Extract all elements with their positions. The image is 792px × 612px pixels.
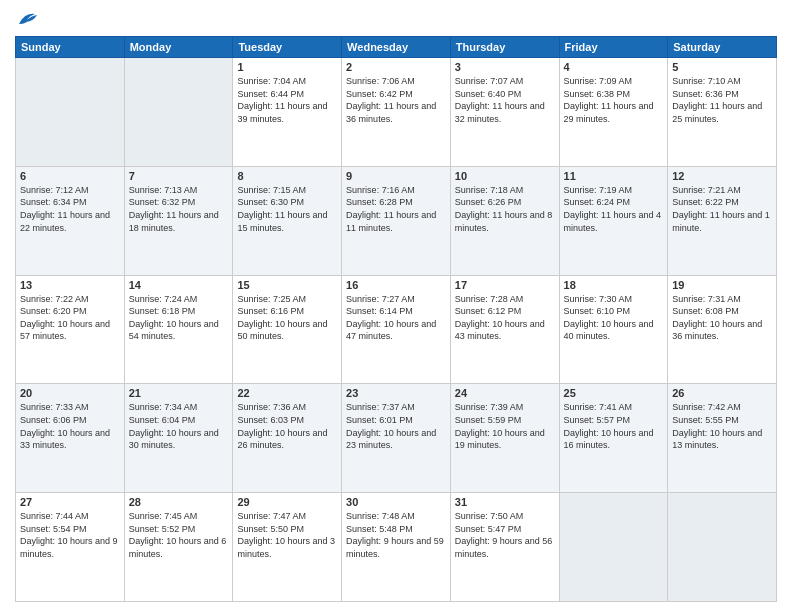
calendar-cell: 17Sunrise: 7:28 AM Sunset: 6:12 PM Dayli… — [450, 275, 559, 384]
weekday-header-tuesday: Tuesday — [233, 37, 342, 58]
day-info: Sunrise: 7:15 AM Sunset: 6:30 PM Dayligh… — [237, 184, 337, 234]
day-number: 13 — [20, 279, 120, 291]
logo — [15, 10, 39, 28]
calendar-cell: 20Sunrise: 7:33 AM Sunset: 6:06 PM Dayli… — [16, 384, 125, 493]
calendar-cell: 23Sunrise: 7:37 AM Sunset: 6:01 PM Dayli… — [342, 384, 451, 493]
calendar-cell: 26Sunrise: 7:42 AM Sunset: 5:55 PM Dayli… — [668, 384, 777, 493]
day-number: 5 — [672, 61, 772, 73]
calendar-week-row: 27Sunrise: 7:44 AM Sunset: 5:54 PM Dayli… — [16, 493, 777, 602]
day-number: 30 — [346, 496, 446, 508]
calendar-cell: 2Sunrise: 7:06 AM Sunset: 6:42 PM Daylig… — [342, 58, 451, 167]
calendar-cell: 4Sunrise: 7:09 AM Sunset: 6:38 PM Daylig… — [559, 58, 668, 167]
calendar-cell: 28Sunrise: 7:45 AM Sunset: 5:52 PM Dayli… — [124, 493, 233, 602]
page: SundayMondayTuesdayWednesdayThursdayFrid… — [0, 0, 792, 612]
day-info: Sunrise: 7:34 AM Sunset: 6:04 PM Dayligh… — [129, 401, 229, 451]
calendar-cell: 3Sunrise: 7:07 AM Sunset: 6:40 PM Daylig… — [450, 58, 559, 167]
day-info: Sunrise: 7:06 AM Sunset: 6:42 PM Dayligh… — [346, 75, 446, 125]
day-number: 23 — [346, 387, 446, 399]
day-info: Sunrise: 7:28 AM Sunset: 6:12 PM Dayligh… — [455, 293, 555, 343]
calendar-week-row: 13Sunrise: 7:22 AM Sunset: 6:20 PM Dayli… — [16, 275, 777, 384]
day-number: 19 — [672, 279, 772, 291]
day-number: 12 — [672, 170, 772, 182]
day-info: Sunrise: 7:41 AM Sunset: 5:57 PM Dayligh… — [564, 401, 664, 451]
day-number: 7 — [129, 170, 229, 182]
weekday-header-friday: Friday — [559, 37, 668, 58]
calendar-week-row: 20Sunrise: 7:33 AM Sunset: 6:06 PM Dayli… — [16, 384, 777, 493]
logo-bird-icon — [17, 10, 39, 28]
calendar-cell: 6Sunrise: 7:12 AM Sunset: 6:34 PM Daylig… — [16, 166, 125, 275]
day-info: Sunrise: 7:31 AM Sunset: 6:08 PM Dayligh… — [672, 293, 772, 343]
calendar-cell: 1Sunrise: 7:04 AM Sunset: 6:44 PM Daylig… — [233, 58, 342, 167]
day-info: Sunrise: 7:21 AM Sunset: 6:22 PM Dayligh… — [672, 184, 772, 234]
day-info: Sunrise: 7:42 AM Sunset: 5:55 PM Dayligh… — [672, 401, 772, 451]
day-number: 16 — [346, 279, 446, 291]
day-info: Sunrise: 7:25 AM Sunset: 6:16 PM Dayligh… — [237, 293, 337, 343]
day-info: Sunrise: 7:12 AM Sunset: 6:34 PM Dayligh… — [20, 184, 120, 234]
calendar-cell: 5Sunrise: 7:10 AM Sunset: 6:36 PM Daylig… — [668, 58, 777, 167]
calendar-cell: 18Sunrise: 7:30 AM Sunset: 6:10 PM Dayli… — [559, 275, 668, 384]
day-number: 18 — [564, 279, 664, 291]
calendar-cell: 31Sunrise: 7:50 AM Sunset: 5:47 PM Dayli… — [450, 493, 559, 602]
day-number: 29 — [237, 496, 337, 508]
calendar-cell: 15Sunrise: 7:25 AM Sunset: 6:16 PM Dayli… — [233, 275, 342, 384]
day-number: 6 — [20, 170, 120, 182]
calendar-cell: 21Sunrise: 7:34 AM Sunset: 6:04 PM Dayli… — [124, 384, 233, 493]
day-number: 31 — [455, 496, 555, 508]
day-info: Sunrise: 7:18 AM Sunset: 6:26 PM Dayligh… — [455, 184, 555, 234]
calendar-cell — [559, 493, 668, 602]
calendar-cell: 12Sunrise: 7:21 AM Sunset: 6:22 PM Dayli… — [668, 166, 777, 275]
day-number: 28 — [129, 496, 229, 508]
weekday-header-row: SundayMondayTuesdayWednesdayThursdayFrid… — [16, 37, 777, 58]
calendar-cell — [16, 58, 125, 167]
weekday-header-saturday: Saturday — [668, 37, 777, 58]
day-number: 1 — [237, 61, 337, 73]
day-info: Sunrise: 7:04 AM Sunset: 6:44 PM Dayligh… — [237, 75, 337, 125]
calendar-cell: 29Sunrise: 7:47 AM Sunset: 5:50 PM Dayli… — [233, 493, 342, 602]
day-number: 24 — [455, 387, 555, 399]
day-info: Sunrise: 7:44 AM Sunset: 5:54 PM Dayligh… — [20, 510, 120, 560]
day-number: 20 — [20, 387, 120, 399]
day-info: Sunrise: 7:09 AM Sunset: 6:38 PM Dayligh… — [564, 75, 664, 125]
day-number: 26 — [672, 387, 772, 399]
calendar-cell — [124, 58, 233, 167]
day-info: Sunrise: 7:24 AM Sunset: 6:18 PM Dayligh… — [129, 293, 229, 343]
day-number: 2 — [346, 61, 446, 73]
day-number: 11 — [564, 170, 664, 182]
day-number: 14 — [129, 279, 229, 291]
day-info: Sunrise: 7:22 AM Sunset: 6:20 PM Dayligh… — [20, 293, 120, 343]
day-info: Sunrise: 7:39 AM Sunset: 5:59 PM Dayligh… — [455, 401, 555, 451]
calendar-table: SundayMondayTuesdayWednesdayThursdayFrid… — [15, 36, 777, 602]
day-number: 15 — [237, 279, 337, 291]
calendar-cell: 14Sunrise: 7:24 AM Sunset: 6:18 PM Dayli… — [124, 275, 233, 384]
day-info: Sunrise: 7:33 AM Sunset: 6:06 PM Dayligh… — [20, 401, 120, 451]
header — [15, 10, 777, 28]
day-info: Sunrise: 7:19 AM Sunset: 6:24 PM Dayligh… — [564, 184, 664, 234]
calendar-cell: 9Sunrise: 7:16 AM Sunset: 6:28 PM Daylig… — [342, 166, 451, 275]
day-number: 9 — [346, 170, 446, 182]
calendar-cell: 27Sunrise: 7:44 AM Sunset: 5:54 PM Dayli… — [16, 493, 125, 602]
calendar-cell: 16Sunrise: 7:27 AM Sunset: 6:14 PM Dayli… — [342, 275, 451, 384]
weekday-header-wednesday: Wednesday — [342, 37, 451, 58]
weekday-header-thursday: Thursday — [450, 37, 559, 58]
day-info: Sunrise: 7:50 AM Sunset: 5:47 PM Dayligh… — [455, 510, 555, 560]
calendar-cell: 8Sunrise: 7:15 AM Sunset: 6:30 PM Daylig… — [233, 166, 342, 275]
day-number: 27 — [20, 496, 120, 508]
day-info: Sunrise: 7:16 AM Sunset: 6:28 PM Dayligh… — [346, 184, 446, 234]
day-info: Sunrise: 7:45 AM Sunset: 5:52 PM Dayligh… — [129, 510, 229, 560]
day-number: 17 — [455, 279, 555, 291]
calendar-cell: 11Sunrise: 7:19 AM Sunset: 6:24 PM Dayli… — [559, 166, 668, 275]
day-number: 3 — [455, 61, 555, 73]
calendar-cell: 30Sunrise: 7:48 AM Sunset: 5:48 PM Dayli… — [342, 493, 451, 602]
calendar-cell: 13Sunrise: 7:22 AM Sunset: 6:20 PM Dayli… — [16, 275, 125, 384]
day-number: 21 — [129, 387, 229, 399]
calendar-cell: 24Sunrise: 7:39 AM Sunset: 5:59 PM Dayli… — [450, 384, 559, 493]
calendar-cell: 25Sunrise: 7:41 AM Sunset: 5:57 PM Dayli… — [559, 384, 668, 493]
calendar-cell: 7Sunrise: 7:13 AM Sunset: 6:32 PM Daylig… — [124, 166, 233, 275]
day-number: 4 — [564, 61, 664, 73]
calendar-cell: 22Sunrise: 7:36 AM Sunset: 6:03 PM Dayli… — [233, 384, 342, 493]
day-info: Sunrise: 7:30 AM Sunset: 6:10 PM Dayligh… — [564, 293, 664, 343]
day-info: Sunrise: 7:37 AM Sunset: 6:01 PM Dayligh… — [346, 401, 446, 451]
day-info: Sunrise: 7:07 AM Sunset: 6:40 PM Dayligh… — [455, 75, 555, 125]
day-number: 25 — [564, 387, 664, 399]
day-info: Sunrise: 7:27 AM Sunset: 6:14 PM Dayligh… — [346, 293, 446, 343]
